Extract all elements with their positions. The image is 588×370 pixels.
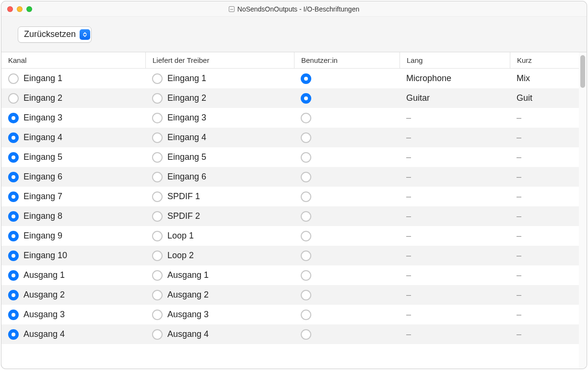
radio-treiber[interactable]: [152, 270, 163, 281]
radio-treiber[interactable]: [152, 310, 163, 320]
cell-kurz[interactable]: –: [510, 191, 579, 202]
table-row: Eingang 2Eingang 2GuitarGuit: [1, 88, 579, 108]
lang-value: –: [406, 251, 411, 261]
radio-treiber[interactable]: [152, 172, 163, 182]
radio-benutzer[interactable]: [301, 152, 311, 163]
radio-benutzer[interactable]: [301, 132, 311, 143]
column-header-kurz[interactable]: Kurz: [510, 52, 579, 68]
minimize-icon[interactable]: [17, 6, 23, 12]
column-header-label: Kurz: [517, 56, 532, 64]
column-header-benutzer[interactable]: Benutzer:in: [294, 52, 400, 68]
cell-kurz[interactable]: –: [510, 211, 579, 221]
zoom-icon[interactable]: [26, 6, 32, 12]
radio-kanal[interactable]: [8, 329, 19, 340]
cell-lang[interactable]: –: [400, 329, 510, 339]
cell-kurz[interactable]: –: [510, 152, 579, 162]
radio-kanal[interactable]: [8, 172, 19, 182]
radio-benutzer[interactable]: [301, 113, 311, 123]
cell-lang[interactable]: –: [400, 113, 510, 123]
radio-treiber[interactable]: [152, 211, 163, 222]
cell-lang[interactable]: –: [400, 191, 510, 202]
reset-dropdown-button[interactable]: Zurücksetzen: [18, 26, 92, 43]
cell-lang[interactable]: –: [400, 231, 510, 241]
radio-kanal[interactable]: [8, 73, 19, 84]
radio-treiber[interactable]: [152, 290, 163, 300]
table-header: Kanal Liefert der Treiber Benutzer:in La…: [1, 52, 579, 69]
radio-benutzer[interactable]: [301, 310, 311, 320]
cell-benutzer: [294, 251, 400, 261]
scrollbar-thumb[interactable]: [580, 55, 585, 88]
radio-kanal[interactable]: [8, 93, 19, 104]
radio-treiber[interactable]: [152, 73, 163, 84]
radio-treiber[interactable]: [152, 231, 163, 241]
cell-treiber: Eingang 5: [145, 152, 294, 163]
radio-treiber[interactable]: [152, 113, 163, 123]
treiber-label: Loop 1: [167, 231, 194, 241]
radio-benutzer[interactable]: [301, 270, 311, 281]
column-header-treiber[interactable]: Liefert der Treiber: [145, 52, 294, 68]
cell-treiber: Loop 2: [145, 251, 294, 261]
radio-benutzer[interactable]: [301, 73, 311, 84]
radio-treiber[interactable]: [152, 132, 163, 143]
radio-kanal[interactable]: [8, 132, 19, 143]
cell-lang[interactable]: –: [400, 132, 510, 143]
cell-lang[interactable]: –: [400, 152, 510, 162]
radio-kanal[interactable]: [8, 211, 19, 222]
cell-lang[interactable]: –: [400, 251, 510, 261]
lang-value: –: [406, 152, 411, 162]
treiber-label: Ausgang 4: [167, 329, 209, 339]
cell-benutzer: [294, 132, 400, 143]
cell-kurz[interactable]: –: [510, 231, 579, 241]
radio-kanal[interactable]: [8, 251, 19, 261]
lang-value: –: [406, 231, 411, 241]
radio-benutzer[interactable]: [301, 93, 311, 104]
column-header-lang[interactable]: Lang: [400, 52, 510, 68]
cell-kurz[interactable]: –: [510, 172, 579, 182]
cell-lang[interactable]: –: [400, 172, 510, 182]
radio-benutzer[interactable]: [301, 251, 311, 261]
cell-lang[interactable]: Microphone: [400, 73, 510, 84]
vertical-scrollbar[interactable]: [579, 52, 587, 369]
cell-kurz[interactable]: –: [510, 113, 579, 123]
radio-treiber[interactable]: [152, 329, 163, 340]
radio-benutzer[interactable]: [301, 191, 311, 202]
radio-kanal[interactable]: [8, 310, 19, 320]
radio-benutzer[interactable]: [301, 172, 311, 182]
radio-kanal[interactable]: [8, 191, 19, 202]
cell-lang[interactable]: –: [400, 270, 510, 280]
radio-kanal[interactable]: [8, 113, 19, 123]
cell-kurz[interactable]: –: [510, 270, 579, 280]
cell-lang[interactable]: –: [400, 290, 510, 300]
radio-treiber[interactable]: [152, 251, 163, 261]
lang-value: Guitar: [406, 93, 430, 103]
treiber-label: Eingang 5: [167, 152, 206, 162]
radio-kanal[interactable]: [8, 270, 19, 281]
radio-treiber[interactable]: [152, 191, 163, 202]
radio-kanal[interactable]: [8, 290, 19, 300]
radio-benutzer[interactable]: [301, 211, 311, 222]
radio-benutzer[interactable]: [301, 329, 311, 340]
cell-lang[interactable]: Guitar: [400, 93, 510, 103]
radio-benutzer[interactable]: [301, 290, 311, 300]
cell-kurz[interactable]: Mix: [510, 73, 579, 84]
cell-treiber: Ausgang 2: [145, 290, 294, 300]
cell-kanal: Eingang 8: [1, 211, 145, 222]
cell-kurz[interactable]: –: [510, 310, 579, 320]
radio-treiber[interactable]: [152, 93, 163, 104]
radio-kanal[interactable]: [8, 152, 19, 163]
cell-kurz[interactable]: –: [510, 290, 579, 300]
cell-kurz[interactable]: –: [510, 132, 579, 143]
radio-benutzer[interactable]: [301, 231, 311, 241]
kurz-value: –: [517, 152, 521, 162]
cell-kurz[interactable]: Guit: [510, 93, 579, 103]
cell-kurz[interactable]: –: [510, 251, 579, 261]
close-icon[interactable]: [7, 6, 13, 12]
cell-lang[interactable]: –: [400, 211, 510, 221]
kanal-label: Eingang 5: [24, 152, 62, 162]
treiber-label: SPDIF 2: [167, 211, 200, 221]
column-header-kanal[interactable]: Kanal: [1, 52, 145, 68]
radio-treiber[interactable]: [152, 152, 163, 163]
radio-kanal[interactable]: [8, 231, 19, 241]
cell-lang[interactable]: –: [400, 310, 510, 320]
cell-kurz[interactable]: –: [510, 329, 579, 339]
